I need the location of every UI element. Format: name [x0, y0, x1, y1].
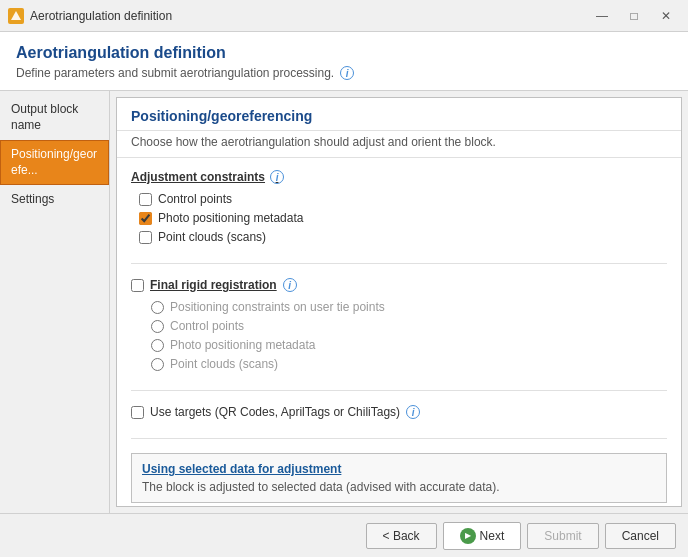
svg-marker-0: [11, 11, 21, 20]
next-label: Next: [480, 529, 505, 543]
final-rigid-label: Final rigid registration: [150, 278, 277, 292]
point-clouds-row: Point clouds (scans): [139, 230, 667, 244]
app-icon: [8, 8, 24, 24]
sidebar-item-positioning[interactable]: Positioning/georefe...: [0, 140, 109, 185]
use-targets-info-icon[interactable]: i: [406, 405, 420, 419]
cancel-button[interactable]: Cancel: [605, 523, 676, 549]
control-points-checkbox[interactable]: [139, 193, 152, 206]
use-targets-row: Use targets (QR Codes, AprilTags or Chil…: [131, 405, 667, 419]
use-targets-label: Use targets (QR Codes, AprilTags or Chil…: [150, 405, 400, 419]
photo-positioning-radio-row: Photo positioning metadata: [151, 338, 667, 352]
titlebar-title: Aerotriangulation definition: [30, 9, 588, 23]
panel-subtitle: Choose how the aerotriangulation should …: [117, 131, 681, 158]
photo-positioning-row: Photo positioning metadata: [139, 211, 667, 225]
close-button[interactable]: ✕: [652, 6, 680, 26]
point-clouds-radio-row: Point clouds (scans): [151, 357, 667, 371]
header-info-icon[interactable]: i: [340, 66, 354, 80]
point-clouds-radio-label: Point clouds (scans): [170, 357, 278, 371]
main-content: Output block name Positioning/georefe...…: [0, 91, 688, 513]
back-button[interactable]: < Back: [366, 523, 437, 549]
panel-body: Adjustment constraints i Control points …: [117, 158, 681, 506]
sidebar-item-output-block-name[interactable]: Output block name: [0, 95, 109, 140]
sidebar-item-settings[interactable]: Settings: [0, 185, 109, 215]
adjustment-constraints-label: Adjustment constraints i: [131, 170, 667, 184]
panel-title: Positioning/georeferencing: [117, 98, 681, 131]
info-box-title: Using selected data for adjustment: [142, 462, 656, 476]
final-rigid-checkbox[interactable]: [131, 279, 144, 292]
positioning-constraints-label: Positioning constraints on user tie poin…: [170, 300, 385, 314]
control-points-row: Control points: [139, 192, 667, 206]
header-description: Define parameters and submit aerotriangu…: [16, 66, 672, 80]
photo-positioning-label: Photo positioning metadata: [158, 211, 303, 225]
next-button[interactable]: Next: [443, 522, 522, 550]
titlebar-buttons: — □ ✕: [588, 6, 680, 26]
point-clouds-radio[interactable]: [151, 358, 164, 371]
final-rigid-registration-section: Final rigid registration i Positioning c…: [131, 278, 667, 391]
positioning-constraints-row: Positioning constraints on user tie poin…: [151, 300, 667, 314]
point-clouds-checkbox[interactable]: [139, 231, 152, 244]
control-points-radio[interactable]: [151, 320, 164, 333]
point-clouds-label: Point clouds (scans): [158, 230, 266, 244]
control-points-label: Control points: [158, 192, 232, 206]
positioning-constraints-radio[interactable]: [151, 301, 164, 314]
photo-positioning-radio-label: Photo positioning metadata: [170, 338, 315, 352]
main-panel: Positioning/georeferencing Choose how th…: [116, 97, 682, 507]
adjustment-constraints-info-icon[interactable]: i: [270, 170, 284, 184]
footer: < Back Next Submit Cancel: [0, 513, 688, 557]
header-desc-text: Define parameters and submit aerotriangu…: [16, 66, 334, 80]
sidebar: Output block name Positioning/georefe...…: [0, 91, 110, 513]
final-rigid-info-icon[interactable]: i: [283, 278, 297, 292]
info-box-text: The block is adjusted to selected data (…: [142, 480, 656, 494]
header: Aerotriangulation definition Define para…: [0, 32, 688, 91]
control-points-radio-row: Control points: [151, 319, 667, 333]
maximize-button[interactable]: □: [620, 6, 648, 26]
titlebar: Aerotriangulation definition — □ ✕: [0, 0, 688, 32]
photo-positioning-radio[interactable]: [151, 339, 164, 352]
info-box: Using selected data for adjustment The b…: [131, 453, 667, 503]
submit-button[interactable]: Submit: [527, 523, 598, 549]
final-rigid-header-row: Final rigid registration i: [131, 278, 667, 292]
use-targets-section: Use targets (QR Codes, AprilTags or Chil…: [131, 405, 667, 439]
page-title: Aerotriangulation definition: [16, 44, 672, 62]
adjustment-constraints-section: Adjustment constraints i Control points …: [131, 170, 667, 264]
minimize-button[interactable]: —: [588, 6, 616, 26]
next-icon: [460, 528, 476, 544]
use-targets-checkbox[interactable]: [131, 406, 144, 419]
control-points-radio-label: Control points: [170, 319, 244, 333]
photo-positioning-checkbox[interactable]: [139, 212, 152, 225]
